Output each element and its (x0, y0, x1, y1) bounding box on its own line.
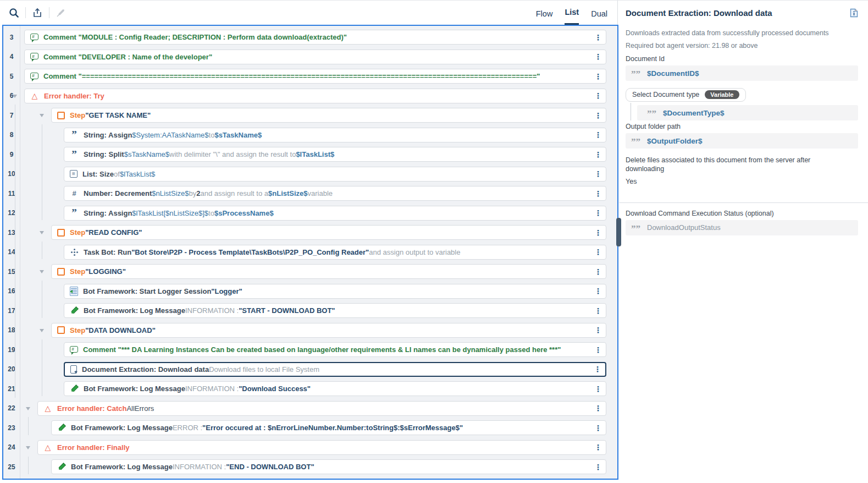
action-text: INFORMATION : (173, 463, 226, 471)
document-type-field[interactable]: ”” $DocumentType$ (637, 105, 858, 120)
action-card[interactable]: Step "LOGGING"⋮ (51, 264, 606, 279)
action-row[interactable]: 20Document Extraction: Download data Dow… (3, 362, 617, 377)
action-card[interactable]: Step "READ CONFIG"⋮ (51, 225, 606, 240)
kebab-menu-icon[interactable]: ⋮ (594, 170, 602, 178)
action-card[interactable]: Task Bot: Run "Bot Store\P2P - Process T… (64, 245, 606, 260)
action-row[interactable]: 22Error handler: Catch AllErrors⋮ (3, 401, 617, 416)
action-card[interactable]: Comment "===============================… (24, 69, 606, 84)
action-row[interactable]: 19Comment "*** DA Learning Instances Can… (3, 342, 617, 357)
action-row[interactable]: 13Step "READ CONFIG"⋮ (3, 225, 617, 240)
kebab-menu-icon[interactable]: ⋮ (594, 131, 602, 139)
kebab-menu-icon[interactable]: ⋮ (594, 326, 602, 334)
action-row[interactable]: 10List: Size of $lTaskList$⋮ (3, 167, 617, 182)
action-row[interactable]: 18Step "DATA DOWNLOAD"⋮ (3, 323, 617, 338)
action-card[interactable]: Error handler: Catch AllErrors⋮ (37, 401, 606, 416)
action-row[interactable]: 5Comment "==============================… (3, 69, 617, 84)
action-card[interactable]: Bot Framework: Log Message ERROR : "Erro… (51, 420, 606, 435)
kebab-menu-icon[interactable]: ⋮ (594, 112, 602, 119)
kebab-menu-icon[interactable]: ⋮ (594, 34, 602, 41)
action-card[interactable]: Error handler: Try⋮ (24, 89, 606, 103)
action-text: and assign output to variable (369, 248, 460, 256)
action-row[interactable]: 15Step "LOGGING"⋮ (3, 264, 617, 279)
collapse-arrow-icon[interactable] (13, 95, 17, 98)
collapse-arrow-icon[interactable] (40, 270, 44, 273)
action-row[interactable]: 4Comment "DEVELOPER : Name of the develo… (3, 50, 617, 64)
kebab-menu-icon[interactable]: ⋮ (594, 151, 602, 158)
action-row[interactable]: 7Step "GET TASK NAME"⋮ (3, 108, 617, 123)
action-card[interactable]: Comment "DEVELOPER : Name of the develop… (24, 50, 606, 64)
kebab-menu-icon[interactable]: ⋮ (594, 443, 602, 451)
action-card[interactable]: Step "GET TASK NAME"⋮ (51, 108, 606, 123)
kebab-menu-icon[interactable]: ⋮ (594, 287, 602, 295)
kebab-menu-icon[interactable]: ⋮ (594, 463, 602, 471)
kebab-menu-icon[interactable]: ⋮ (594, 209, 602, 217)
action-row[interactable]: 16Bot Framework: Start Logger Session "L… (3, 284, 617, 299)
kebab-menu-icon[interactable]: ⋮ (594, 404, 602, 412)
kebab-menu-icon[interactable]: ⋮ (594, 385, 602, 393)
action-row[interactable]: 14Task Bot: Run "Bot Store\P2P - Process… (3, 245, 617, 260)
download-status-field[interactable]: ”” DownloadOutputStatus (626, 220, 858, 235)
action-text: ERROR : (173, 424, 202, 432)
document-id-field[interactable]: ”” $DocumentID$ (626, 65, 858, 81)
kebab-menu-icon[interactable]: ⋮ (594, 53, 602, 61)
kebab-menu-icon[interactable]: ⋮ (594, 73, 602, 80)
vertical-scrollbar[interactable] (616, 218, 621, 246)
kebab-menu-icon[interactable]: ⋮ (594, 229, 602, 237)
action-card[interactable]: Number: Decrement $nListSize$ by 2 and a… (64, 186, 606, 201)
kebab-menu-icon[interactable]: ⋮ (594, 268, 602, 276)
line-number: 14 (3, 248, 20, 256)
action-row[interactable]: 11Number: Decrement $nListSize$ by 2 and… (3, 186, 617, 201)
action-card[interactable]: Bot Framework: Log Message INFORMATION :… (64, 303, 606, 318)
action-card[interactable]: Bot Framework: Start Logger Session "Log… (64, 284, 606, 299)
action-card[interactable]: Bot Framework: Log Message INFORMATION :… (64, 381, 606, 396)
action-row[interactable]: 21Bot Framework: Log Message INFORMATION… (3, 381, 617, 396)
action-text: String: Assign (84, 209, 132, 217)
action-row[interactable]: 25Bot Framework: Log Message INFORMATION… (3, 459, 617, 474)
tab-dual[interactable]: Dual (591, 1, 607, 25)
toolbar: Flow List Dual (0, 1, 617, 25)
line-number: 24 (3, 443, 20, 451)
action-row[interactable]: 23Bot Framework: Log Message ERROR : "Er… (3, 420, 617, 435)
action-card[interactable]: String: Assign $System:AATaskName$ to $s… (64, 128, 606, 142)
collapse-arrow-icon[interactable] (26, 446, 30, 449)
comment-icon (30, 34, 38, 40)
kebab-menu-icon[interactable]: ⋮ (594, 365, 601, 373)
action-card[interactable]: Comment "MODULE : Config Reader; DESCRIP… (24, 30, 606, 45)
kebab-menu-icon[interactable]: ⋮ (594, 92, 602, 100)
action-row[interactable]: 17Bot Framework: Log Message INFORMATION… (3, 303, 617, 318)
action-card[interactable]: List: Size of $lTaskList$⋮ (64, 167, 606, 182)
action-card[interactable]: Document Extraction: Download data Downl… (64, 362, 606, 377)
output-folder-field[interactable]: ”” $OutputFolder$ (626, 133, 858, 149)
collapse-arrow-icon[interactable] (40, 231, 44, 234)
action-card[interactable]: Bot Framework: Log Message INFORMATION :… (51, 459, 606, 474)
action-row[interactable]: 12String: Assign $lTaskList[$nListSize$]… (3, 206, 617, 221)
action-card[interactable]: Comment "*** DA Learning Instances Can b… (64, 342, 606, 357)
action-card[interactable]: Error handler: Finally⋮ (37, 440, 606, 455)
document-info-icon[interactable] (850, 8, 858, 20)
tab-list[interactable]: List (565, 1, 579, 25)
kebab-menu-icon[interactable]: ⋮ (594, 346, 602, 354)
kebab-menu-icon[interactable]: ⋮ (594, 248, 602, 256)
tab-flow[interactable]: Flow (536, 1, 553, 25)
action-row[interactable]: 8String: Assign $System:AATaskName$ to $… (3, 128, 617, 142)
action-card[interactable]: Step "DATA DOWNLOAD"⋮ (51, 323, 606, 338)
action-details-panel: Document Extraction: Download data Downl… (619, 1, 868, 483)
action-text: with delimiter "\" and assign the result… (169, 150, 296, 158)
kebab-menu-icon[interactable]: ⋮ (594, 190, 602, 197)
collapse-arrow-icon[interactable] (40, 114, 44, 117)
action-row[interactable]: 3Comment "MODULE : Config Reader; DESCRI… (3, 30, 617, 45)
kebab-menu-icon[interactable]: ⋮ (594, 307, 602, 315)
export-icon[interactable] (30, 6, 45, 20)
action-row[interactable]: 6Error handler: Try⋮ (3, 89, 617, 103)
action-card[interactable]: String: Split $sTaskName$ with delimiter… (64, 147, 606, 162)
collapse-arrow-icon[interactable] (40, 329, 44, 332)
action-card[interactable]: String: Assign $lTaskList[$nListSize$]$ … (64, 206, 606, 221)
search-icon[interactable] (7, 6, 21, 20)
document-type-selector[interactable]: Select Document type Variable (626, 88, 746, 102)
collapse-arrow-icon[interactable] (26, 407, 30, 410)
action-text: $lTaskList$ (296, 150, 334, 158)
action-row[interactable]: 9String: Split $sTaskName$ with delimite… (3, 147, 617, 162)
action-row[interactable]: 24Error handler: Finally⋮ (3, 440, 617, 455)
kebab-menu-icon[interactable]: ⋮ (594, 424, 602, 432)
pen-icon (70, 306, 79, 315)
